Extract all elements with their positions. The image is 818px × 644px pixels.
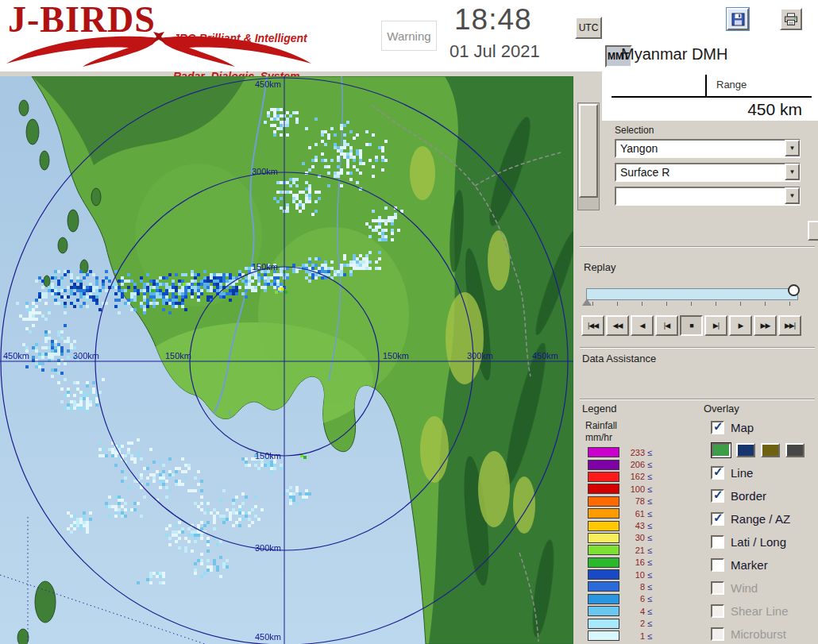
checkbox (711, 627, 724, 641)
less-equal-symbol: ≤ (647, 619, 652, 628)
checkbox[interactable] (711, 535, 724, 549)
less-equal-symbol: ≤ (647, 631, 652, 641)
map-style-swatch-4[interactable] (785, 443, 804, 457)
legend-value: 1 (623, 631, 645, 641)
less-equal-symbol: ≤ (647, 509, 652, 519)
timeline-start-marker (582, 299, 592, 306)
legend-swatch (588, 460, 619, 470)
site-combo[interactable]: Yangon ▼ (615, 139, 801, 158)
legend-value: 6 (623, 594, 645, 604)
separator (580, 246, 815, 248)
checkbox[interactable]: ✓ (711, 421, 724, 434)
overlay-item-label: Map (731, 421, 754, 434)
selection-label: Selection (615, 125, 654, 136)
save-button[interactable] (727, 8, 749, 30)
overlay-label: Overlay (704, 403, 739, 415)
legend-value: 10 (623, 570, 645, 580)
legend-swatch (588, 484, 619, 494)
legend-swatch (588, 631, 619, 641)
overlay-item-label: Border (731, 489, 766, 503)
legend-value: 30 (623, 533, 645, 542)
overlay-item-label: Lati / Long (731, 535, 786, 549)
overlay-item-wind: Wind (711, 581, 817, 599)
overlay-item-map[interactable]: ✓Map (711, 421, 817, 438)
chevron-down-icon[interactable]: ▼ (785, 187, 800, 204)
save-icon (731, 13, 745, 26)
legend-swatch (588, 447, 619, 457)
less-equal-symbol: ≤ (647, 484, 652, 494)
range-value: 450 km (683, 100, 802, 119)
less-equal-symbol: ≤ (647, 607, 652, 616)
skip-to-end-button[interactable]: ▶▶| (778, 315, 801, 336)
zoom-scrollbar-thumb[interactable] (579, 104, 598, 198)
site-combo-value: Yangon (620, 142, 658, 155)
range-ring-label: 150km (383, 351, 409, 361)
check-icon: ✓ (713, 488, 723, 502)
legend-row: 16≤ (588, 557, 675, 569)
previous-button[interactable]: Previous (808, 221, 818, 241)
legend-value: 8 (623, 582, 645, 592)
overlay-item-marker[interactable]: Marker (711, 558, 817, 576)
play-button[interactable]: ▶ (729, 315, 752, 336)
map-style-swatch-2[interactable] (736, 443, 755, 457)
legend-row: 43≤ (588, 519, 675, 531)
legend-row: 10≤ (588, 569, 675, 580)
play-backward-button[interactable]: ◀ (631, 315, 654, 336)
overlay-item-range-az[interactable]: ✓Range / AZ (711, 512, 817, 530)
check-icon: ✓ (713, 465, 723, 479)
product-combo[interactable]: Surface R ▼ (615, 163, 801, 182)
legend-row: 4≤ (588, 605, 675, 617)
clock-time: 18:48 (454, 3, 532, 37)
separator (580, 347, 815, 349)
step-back-button[interactable]: |◀ (655, 315, 678, 336)
overlay-item-border[interactable]: ✓Border (711, 489, 817, 507)
range-ring-label: 450km (3, 351, 29, 361)
data-assistance-label: Data Assistance (582, 353, 656, 364)
radar-map[interactable]: 450km300km150km450km300km150km150km300km… (0, 76, 573, 644)
legend-swatch (588, 594, 619, 604)
legend-swatch (588, 569, 619, 580)
legend-row: 78≤ (588, 496, 675, 507)
map-style-swatch-3[interactable] (761, 443, 780, 457)
map-style-swatches (712, 443, 818, 457)
checkbox[interactable]: ✓ (711, 489, 724, 503)
timeline-ticks (592, 302, 793, 306)
legend-value: 43 (623, 521, 645, 530)
legend-swatch (588, 557, 619, 568)
option-combo[interactable]: ▼ (615, 187, 801, 206)
step-forward-button[interactable]: ▶| (704, 315, 727, 336)
stop-button[interactable]: ■ (680, 315, 703, 336)
checkbox[interactable]: ✓ (711, 466, 724, 480)
check-icon: ✓ (713, 419, 723, 434)
range-ring-label: 450km (532, 351, 558, 361)
replay-timeline-slider[interactable] (586, 288, 798, 300)
chevron-down-icon[interactable]: ▼ (785, 164, 800, 180)
overlay-item-label: Wind (731, 581, 758, 595)
less-equal-symbol: ≤ (647, 570, 652, 580)
legend-row: 162≤ (588, 471, 675, 483)
playback-controls: |◀◀◀◀◀|◀■▶|▶▶▶▶▶| (581, 315, 801, 336)
rainfall-legend: 233≤206≤162≤100≤78≤61≤43≤30≤21≤16≤10≤8≤6… (588, 446, 675, 642)
fast-forward-button[interactable]: ▶▶ (754, 315, 777, 336)
checkbox[interactable] (711, 558, 724, 572)
legend-value: 61 (623, 509, 645, 519)
legend-value: 4 (623, 607, 645, 616)
fast-rewind-button[interactable]: ◀◀ (606, 315, 629, 336)
less-equal-symbol: ≤ (647, 521, 652, 530)
legend-swatch (588, 472, 619, 482)
legend-swatch (588, 619, 619, 629)
print-button[interactable] (780, 8, 802, 30)
checkbox[interactable]: ✓ (711, 512, 724, 526)
less-equal-symbol: ≤ (647, 594, 652, 604)
utc-button[interactable]: UTC (575, 17, 602, 39)
overlay-item-lati-long[interactable]: Lati / Long (711, 535, 817, 553)
chevron-down-icon[interactable]: ▼ (785, 140, 800, 156)
overlay-item-line[interactable]: ✓Line (711, 466, 817, 484)
skip-to-start-button[interactable]: |◀◀ (581, 315, 604, 336)
overlay-item-label: Microburst (731, 627, 786, 641)
map-style-swatch-1[interactable] (712, 443, 731, 457)
printer-icon (784, 13, 798, 26)
timeline-thumb[interactable] (788, 284, 800, 296)
range-ring-label: 150km (165, 351, 191, 361)
range-rule-vertical (705, 75, 707, 98)
